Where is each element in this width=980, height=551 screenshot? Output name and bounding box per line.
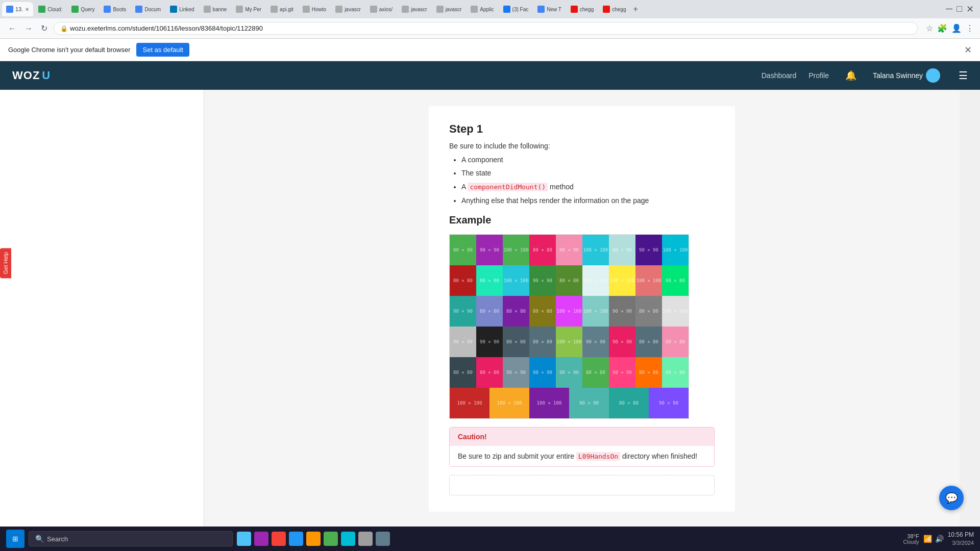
tab-howto[interactable]: Howto <box>299 2 330 16</box>
tab-myper[interactable]: My Per <box>232 2 265 16</box>
taskbar-icon-9[interactable] <box>376 532 390 546</box>
minimize-btn[interactable]: ─ <box>946 4 952 15</box>
list-item-state: The state <box>461 167 715 179</box>
taskbar-icon-4[interactable] <box>289 532 303 546</box>
color-cell: 80 × 80 <box>609 388 649 418</box>
tab-js3[interactable]: javascr <box>432 2 466 16</box>
forward-button[interactable]: → <box>22 22 35 35</box>
taskbar-icon-5[interactable] <box>306 532 321 546</box>
chat-fab-button[interactable]: 💬 <box>939 486 964 510</box>
volume-icon: 🔊 <box>935 535 944 543</box>
tab-js2[interactable]: javascr <box>398 2 431 16</box>
taskbar-search[interactable]: 🔍 Search <box>29 531 233 546</box>
maximize-btn[interactable]: □ <box>957 4 962 15</box>
color-cell: 90 × 90 <box>609 296 635 327</box>
color-cell: 90 × 90 <box>476 235 503 265</box>
tab-query[interactable]: Query <box>67 2 99 16</box>
tab-boots[interactable]: Boots <box>100 2 130 16</box>
color-cell: 90 × 90 <box>635 235 662 265</box>
close-banner-button[interactable]: ✕ <box>964 44 972 56</box>
taskbar-icon-6[interactable] <box>324 532 338 546</box>
color-cell: 100 × 100 <box>662 235 689 265</box>
get-help-tab[interactable]: Get Help <box>0 248 11 278</box>
color-cell: 80 × 80 <box>476 357 503 388</box>
bottom-hint-box <box>449 475 715 495</box>
color-cell: 100 × 100 <box>582 296 609 327</box>
color-cell: 100 × 100 <box>529 388 569 418</box>
tab-chegg2[interactable]: chegg <box>599 2 630 16</box>
address-bar: ← → ↻ 🔒 wozu.exeterlms.com/student/10611… <box>0 18 980 39</box>
caution-body: Be sure to zip and submit your entire L0… <box>450 446 714 466</box>
color-cell: 100 × 100 <box>582 265 609 296</box>
color-cell: 80 × 80 <box>635 357 662 388</box>
logo-text: WOZ <box>12 69 40 82</box>
extensions-icon[interactable]: 🧩 <box>937 23 947 33</box>
menu-icon[interactable]: ⋮ <box>966 23 974 33</box>
active-tab[interactable]: 13. ✕ <box>2 2 33 16</box>
set-default-button[interactable]: Set as default <box>136 43 189 57</box>
tab-facebook[interactable]: (3) Fac <box>499 2 533 16</box>
new-tab-button[interactable]: + <box>633 5 638 14</box>
tab-bar: 13. ✕ Cloud: Query Boots Docum Linked ba… <box>0 0 980 18</box>
color-cell: 100 × 100 <box>582 235 609 265</box>
taskbar: ⊞ 🔍 Search 38°F Cloudy 📶 🔊 10:56 PM 3/3/… <box>0 527 980 551</box>
right-sidebar <box>960 90 980 528</box>
user-name: Talana Swinney <box>873 71 923 80</box>
color-cell: 100 × 100 <box>503 265 529 296</box>
url-bar[interactable]: 🔒 wozu.exeterlms.com/student/106116/less… <box>54 22 918 35</box>
step-intro: Be sure to include the following: <box>449 142 715 150</box>
profile-link[interactable]: Profile <box>808 71 829 80</box>
tab-applic[interactable]: Applic <box>467 2 498 16</box>
default-browser-banner: Google Chrome isn't your default browser… <box>0 39 980 61</box>
back-button[interactable]: ← <box>6 22 18 35</box>
search-placeholder: Search <box>47 535 68 543</box>
tab-newt[interactable]: New T <box>533 2 566 16</box>
chat-icon: 💬 <box>945 492 958 504</box>
color-cell: 80 × 80 <box>450 235 476 265</box>
tab-api[interactable]: api.git <box>266 2 298 16</box>
color-cell: 80 × 80 <box>529 235 556 265</box>
color-cell: 80 × 80 <box>476 265 503 296</box>
color-cell: 80 × 80 <box>476 296 503 327</box>
color-cell: 80 × 80 <box>662 265 689 296</box>
refresh-button[interactable]: ↻ <box>39 21 50 35</box>
color-cell: 80 × 80 <box>635 327 662 357</box>
notification-bell[interactable]: 🔔 <box>845 70 856 81</box>
dashboard-link[interactable]: Dashboard <box>762 71 797 80</box>
user-avatar <box>926 68 940 83</box>
taskbar-icon-2[interactable] <box>254 532 268 546</box>
start-button[interactable]: ⊞ <box>6 530 24 548</box>
color-cell: 80 × 80 <box>582 357 609 388</box>
color-cell: 90 × 90 <box>649 388 689 418</box>
secure-icon: 🔒 <box>60 25 68 32</box>
taskbar-icon-7[interactable] <box>341 532 355 546</box>
url-text: wozu.exeterlms.com/student/106116/lesson… <box>70 24 263 32</box>
taskbar-icon-1[interactable] <box>237 532 251 546</box>
tab-axios[interactable]: axios/ <box>366 2 397 16</box>
profile-icon[interactable]: 👤 <box>951 23 962 33</box>
hamburger-menu[interactable]: ☰ <box>959 69 968 82</box>
user-menu[interactable]: Talana Swinney <box>873 68 940 83</box>
tab-banner[interactable]: banne <box>200 2 231 16</box>
weather-display: 38°F Cloudy <box>903 533 919 545</box>
star-icon[interactable]: ☆ <box>926 23 933 33</box>
tab-js1[interactable]: javascr <box>331 2 365 16</box>
tab-label: 13. <box>15 6 23 12</box>
taskbar-icon-3[interactable] <box>272 532 286 546</box>
network-icon: 📶 <box>923 535 932 543</box>
tab-docum[interactable]: Docum <box>131 2 165 16</box>
clock-time: 10:56 PM <box>948 531 974 539</box>
list-item-component: A component <box>461 154 715 165</box>
tab-favicon <box>6 6 13 13</box>
example-title: Example <box>449 214 715 226</box>
tab-linked[interactable]: Linked <box>166 2 198 16</box>
tab-cloud[interactable]: Cloud: <box>34 2 66 16</box>
close-btn[interactable]: ✕ <box>966 4 974 15</box>
color-cell: 80 × 80 <box>503 327 529 357</box>
color-cell: 80 × 80 <box>662 357 689 388</box>
list-item-method: A componentDidMount() method <box>461 181 715 193</box>
taskbar-icon-8[interactable] <box>358 532 373 546</box>
tab-chegg1[interactable]: chegg <box>567 2 598 16</box>
color-cell: 80 × 80 <box>503 296 529 327</box>
tab-close-btn[interactable]: ✕ <box>25 7 29 12</box>
